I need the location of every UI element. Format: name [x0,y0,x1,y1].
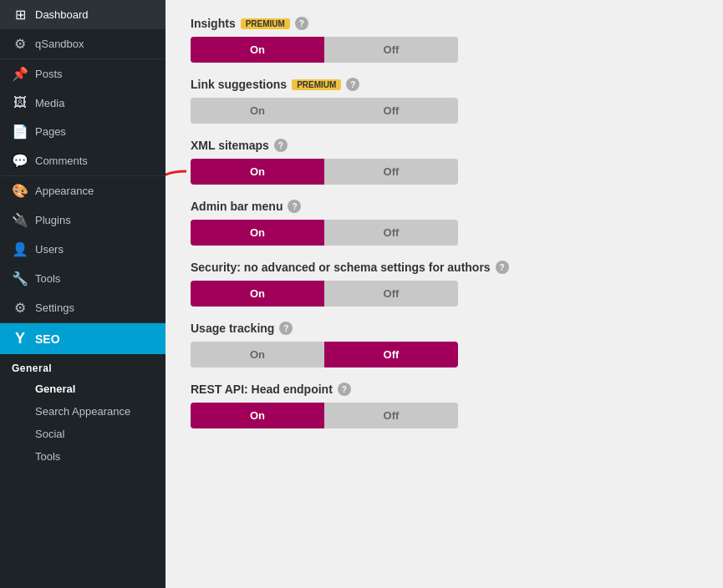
pages-icon: 📄 [12,124,28,139]
dashboard-icon: ⊞ [12,7,28,23]
sidebar-item-label: Media [35,97,64,109]
sidebar-item-label: Pages [35,125,66,138]
help-icon-rest[interactable]: ? [338,383,351,396]
toggle-usage-on[interactable]: On [191,342,324,368]
settings-icon: ⚙ [12,300,28,316]
red-arrow-annotation [165,167,191,200]
main-content: Insights Premium ? On Off Link suggestio… [165,0,723,588]
sidebar-item-settings[interactable]: ⚙ Settings [0,293,165,322]
sidebar: ⊞ Dashboard ⚙ qSandbox 📌 Posts 🖼 Media 📄… [0,0,165,588]
toggle-insights: On Off [191,37,458,63]
sidebar-item-plugins[interactable]: 🔌 Plugins [0,205,165,235]
sidebar-item-label: Dashboard [35,8,89,21]
gear-icon: ⚙ [12,36,28,52]
help-icon-usage[interactable]: ? [279,322,293,335]
setting-admin-bar: Admin bar menu ? On Off [191,200,698,246]
general-section-label: General [0,354,165,378]
submenu-item-tools[interactable]: Tools [0,445,165,468]
toggle-insights-off[interactable]: Off [324,37,458,63]
setting-insights: Insights Premium ? On Off [191,17,698,63]
sidebar-item-pages[interactable]: 📄 Pages [0,117,165,146]
posts-icon: 📌 [12,66,28,82]
sidebar-item-users[interactable]: 👤 Users [0,235,165,264]
setting-security: Security: no advanced or schema settings… [191,261,698,307]
toggle-admin-off[interactable]: Off [324,220,458,246]
toggle-insights-on[interactable]: On [191,37,324,63]
toggle-xml-on[interactable]: On [191,159,324,185]
sidebar-item-appearance[interactable]: 🎨 Appearance [0,176,165,205]
toggle-rest: On Off [191,403,458,428]
toggle-security: On Off [191,281,458,307]
sidebar-item-label: Appearance [35,185,94,197]
sidebar-item-tools[interactable]: 🔧 Tools [0,264,165,293]
setting-link-suggestions-label: Link suggestions Premium ? [191,78,698,91]
toggle-admin-bar: On Off [191,220,458,246]
sidebar-item-label: Posts [35,68,63,80]
comments-icon: 💬 [12,153,28,169]
tools-icon: 🔧 [12,271,28,286]
setting-insights-label: Insights Premium ? [191,17,698,30]
sidebar-item-seo[interactable]: Y SEO [0,323,165,354]
toggle-link-off[interactable]: Off [324,98,458,124]
appearance-icon: 🎨 [12,183,28,199]
toggle-admin-on[interactable]: On [191,220,324,246]
sidebar-item-label: Comments [35,155,88,167]
toggle-rest-on[interactable]: On [191,403,324,428]
setting-security-label: Security: no advanced or schema settings… [191,261,698,274]
sidebar-item-label: Settings [35,302,74,314]
toggle-rest-off[interactable]: Off [324,403,458,428]
premium-badge-insights: Premium [241,18,290,29]
sidebar-item-media[interactable]: 🖼 Media [0,89,165,117]
submenu-item-general[interactable]: General [0,378,165,400]
media-icon: 🖼 [12,95,28,110]
setting-link-suggestions: Link suggestions Premium ? On Off [191,78,698,124]
help-icon-link[interactable]: ? [346,78,359,91]
premium-badge-link: Premium [292,79,341,90]
toggle-link-suggestions: On Off [191,98,458,124]
toggle-xml: On Off [191,159,458,185]
sidebar-item-label: Tools [35,272,60,285]
sidebar-item-qsandbox[interactable]: ⚙ qSandbox [0,29,165,58]
plugins-icon: 🔌 [12,212,28,228]
sidebar-item-dashboard[interactable]: ⊞ Dashboard [0,0,165,29]
setting-rest-api: REST API: Head endpoint ? On Off [191,383,698,428]
toggle-xml-off[interactable]: Off [324,159,458,185]
toggle-usage-off[interactable]: Off [324,342,458,368]
setting-xml-label: XML sitemaps ? [191,139,698,152]
users-icon: 👤 [12,241,28,257]
sidebar-item-posts[interactable]: 📌 Posts [0,59,165,89]
sidebar-item-label: qSandbox [35,38,84,50]
submenu-item-social[interactable]: Social [0,423,165,445]
help-icon-insights[interactable]: ? [295,17,308,30]
help-icon-security[interactable]: ? [496,261,509,274]
toggle-link-on[interactable]: On [191,98,324,124]
setting-rest-label: REST API: Head endpoint ? [191,383,698,396]
toggle-usage: On Off [191,342,458,368]
setting-admin-bar-label: Admin bar menu ? [191,200,698,213]
sidebar-item-comments[interactable]: 💬 Comments [0,146,165,175]
help-icon-xml[interactable]: ? [274,139,288,152]
submenu-item-search-appearance[interactable]: Search Appearance [0,400,165,423]
help-icon-admin[interactable]: ? [288,200,301,213]
toggle-security-on[interactable]: On [191,281,324,307]
seo-label: SEO [35,332,60,346]
sidebar-item-label: Users [35,243,64,256]
setting-usage-tracking: Usage tracking ? On Off [191,322,698,368]
toggle-security-off[interactable]: Off [324,281,458,307]
yoast-icon: Y [12,330,28,347]
sidebar-item-label: Plugins [35,214,71,226]
setting-usage-label: Usage tracking ? [191,322,698,335]
setting-xml-sitemaps: XML sitemaps ? On Off [191,139,698,185]
